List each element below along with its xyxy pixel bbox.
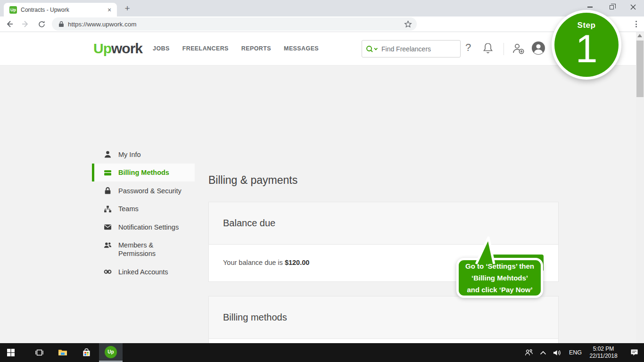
task-view-button[interactable] <box>28 343 50 362</box>
site-nav: JOBS FREELANCERS REPORTS MESSAGES <box>153 45 319 52</box>
envelope-icon <box>104 223 112 231</box>
link-icon <box>104 268 112 276</box>
avatar[interactable] <box>531 41 546 58</box>
search-box[interactable] <box>362 40 461 58</box>
nav-jobs[interactable]: JOBS <box>153 45 170 52</box>
sidebar-item-label: My Info <box>118 150 141 159</box>
page-viewport: Upwork JOBS FREELANCERS REPORTS MESSAGES… <box>0 32 644 343</box>
sidebar-item-notification-settings[interactable]: Notification Settings <box>92 218 195 236</box>
sidebar-item-teams[interactable]: Teams <box>92 200 195 218</box>
reload-button[interactable] <box>35 17 48 31</box>
balance-amount: $120.00 <box>285 259 309 266</box>
start-button[interactable] <box>0 343 22 362</box>
people-tray-icon[interactable] <box>522 343 536 362</box>
show-hidden-icons-chevron[interactable] <box>536 343 550 362</box>
sidebar-item-label: Teams <box>118 205 139 214</box>
sidebar-item-label: Billing Methods <box>118 168 169 177</box>
tab-close-icon[interactable]: × <box>106 6 113 14</box>
screen: Up Contracts - Upwork × + https://www.up… <box>0 0 644 362</box>
step-number: 1 <box>576 28 598 69</box>
search-icon <box>366 45 378 53</box>
microsoft-store-icon <box>83 348 91 357</box>
callout-line: and click ‘Pay Now’ <box>467 284 532 296</box>
invite-user-icon[interactable] <box>512 42 525 57</box>
billing-methods-card: Billing methods Primary ending in <box>208 296 559 343</box>
taskbar-tray: ENG 5:02 PM 22/11/2018 <box>522 343 644 362</box>
callout-tail <box>467 235 504 266</box>
microsoft-store-button[interactable] <box>75 343 97 362</box>
billing-card-header: Billing methods <box>209 296 558 339</box>
nav-messages[interactable]: MESSAGES <box>284 45 319 52</box>
balance-text: Your balance due is $120.00 <box>223 259 309 266</box>
nav-reports[interactable]: REPORTS <box>241 45 271 52</box>
taskbar: Up ENG 5:02 PM 22/11/2018 <box>0 343 644 362</box>
sidebar-item-my-info[interactable]: My Info <box>92 145 195 164</box>
windows-logo-icon <box>7 349 15 356</box>
file-explorer-button[interactable] <box>52 343 74 362</box>
clock-time: 5:02 PM <box>586 346 620 353</box>
upwork-app-icon: Up <box>105 346 117 358</box>
browser-tab[interactable]: Up Contracts - Upwork × <box>4 3 117 16</box>
balance-prefix: Your balance due is <box>223 259 285 266</box>
tab-title: Contracts - Upwork <box>21 7 106 13</box>
sidebar-item-linked-accounts[interactable]: Linked Accounts <box>92 263 195 281</box>
callout-line: ‘Billing Mehtods’ <box>471 272 528 284</box>
nav-freelancers[interactable]: FREELANCERS <box>182 45 229 52</box>
minimize-icon <box>587 7 593 8</box>
upwork-favicon: Up <box>9 6 17 14</box>
people-icon <box>104 241 112 249</box>
step-badge: Step 1 <box>552 10 621 80</box>
clock-date: 22/11/2018 <box>586 353 620 360</box>
browser-toolbar: https://www.upwork.com <box>0 16 644 32</box>
sidebar-item-label: Password & Security <box>118 186 182 195</box>
page-title: Billing & payments <box>208 174 297 187</box>
lock-icon <box>104 187 112 195</box>
sidebar-item-label: Members & Permissions <box>118 241 187 258</box>
browser-menu-button[interactable] <box>632 20 640 28</box>
scrollbar-up-arrow[interactable] <box>637 34 642 37</box>
upwork-logo[interactable]: Upwork <box>93 41 142 57</box>
restore-icon <box>610 5 614 9</box>
upwork-header: Upwork JOBS FREELANCERS REPORTS MESSAGES… <box>0 32 636 66</box>
notifications-bell-icon[interactable] <box>482 42 494 56</box>
org-chart-icon <box>104 205 112 213</box>
settings-sidebar: My Info Billing Methods Password & Secur… <box>92 145 195 281</box>
forward-icon <box>21 20 30 28</box>
language-indicator[interactable]: ENG <box>569 349 582 356</box>
forward-button[interactable] <box>19 17 32 31</box>
sidebar-item-members-permissions[interactable]: Members & Permissions <box>92 236 195 263</box>
scrollbar[interactable] <box>636 32 644 343</box>
sidebar-item-billing-methods[interactable]: Billing Methods <box>92 164 195 182</box>
restore-button[interactable] <box>601 0 622 14</box>
sidebar-item-label: Notification Settings <box>118 222 179 231</box>
sidebar-item-password-security[interactable]: Password & Security <box>92 181 195 200</box>
reload-icon <box>38 20 46 28</box>
header-divider <box>504 43 504 55</box>
browser-tabstrip: Up Contracts - Upwork × + <box>0 0 644 16</box>
close-button[interactable] <box>622 0 644 14</box>
new-tab-button[interactable]: + <box>122 3 133 15</box>
lock-icon <box>58 21 64 27</box>
help-icon[interactable]: ? <box>465 41 471 54</box>
step-badge-circle: Step 1 <box>554 13 619 77</box>
back-button[interactable] <box>3 17 16 31</box>
taskbar-clock[interactable]: 5:02 PM 22/11/2018 <box>586 346 620 360</box>
address-bar[interactable]: https://www.upwork.com <box>52 17 417 31</box>
volume-icon[interactable] <box>550 343 564 362</box>
scrollbar-thumb[interactable] <box>636 41 644 97</box>
file-explorer-icon <box>58 349 67 356</box>
credit-card-icon <box>104 169 112 177</box>
close-icon <box>630 4 636 10</box>
action-center-icon[interactable] <box>627 343 641 362</box>
task-view-icon <box>35 349 43 356</box>
person-icon <box>104 150 112 158</box>
balance-card-title: Balance due <box>223 218 275 229</box>
bookmark-star-icon[interactable] <box>404 20 412 28</box>
balance-card-header: Balance due <box>209 202 558 245</box>
billing-card-title: Billing methods <box>223 312 287 323</box>
taskbar-upwork-app[interactable]: Up <box>99 343 123 362</box>
url-text: https://www.upwork.com <box>68 21 404 28</box>
sidebar-item-label: Linked Accounts <box>118 267 168 276</box>
search-input[interactable] <box>381 45 443 53</box>
back-icon <box>5 20 14 28</box>
